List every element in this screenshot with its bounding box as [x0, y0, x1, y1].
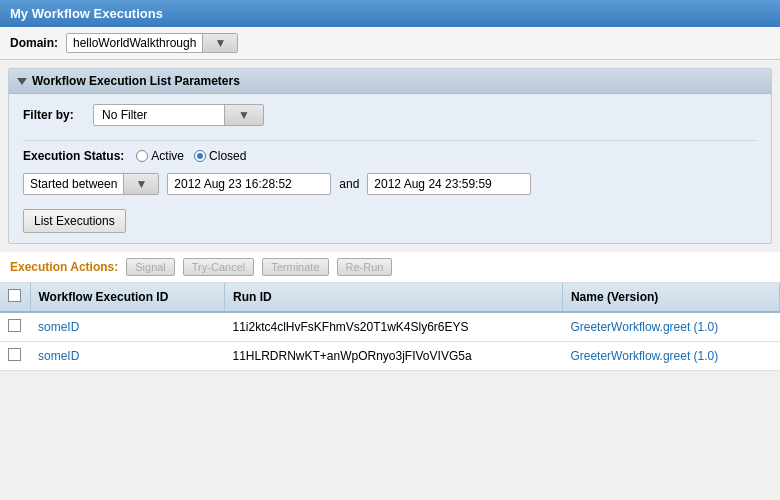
terminate-button[interactable]: Terminate [262, 258, 328, 276]
table-wrapper: Workflow Execution ID Run ID Name (Versi… [0, 283, 780, 371]
workflow-id-link[interactable]: someID [38, 320, 79, 334]
workflow-id-cell: someID [30, 312, 224, 342]
executions-table: Workflow Execution ID Run ID Name (Versi… [0, 283, 780, 371]
radio-closed-circle[interactable] [194, 150, 206, 162]
table-body: someID 11i2ktc4clHvFsKFhmVs20T1wK4Sly6r6… [0, 312, 780, 371]
domain-label: Domain: [10, 36, 58, 50]
started-between-select[interactable]: Started between ▼ [23, 173, 159, 195]
row-checkbox-cell [0, 312, 30, 342]
row-checkbox[interactable] [8, 348, 21, 361]
table-header-row: Workflow Execution ID Run ID Name (Versi… [0, 283, 780, 312]
rerun-button[interactable]: Re-Run [337, 258, 393, 276]
run-id-header: Run ID [224, 283, 562, 312]
workflow-id-cell: someID [30, 342, 224, 371]
page-title: My Workflow Executions [10, 6, 163, 21]
domain-row: Domain: helloWorldWalkthrough ▼ [0, 27, 780, 60]
select-all-checkbox[interactable] [8, 289, 21, 302]
params-panel: Workflow Execution List Parameters Filte… [8, 68, 772, 244]
name-version-link[interactable]: GreeterWorkflow.greet (1.0) [570, 320, 718, 334]
execution-actions-label: Execution Actions: [10, 260, 118, 274]
name-version-cell: GreeterWorkflow.greet (1.0) [562, 312, 779, 342]
date-to-input[interactable] [367, 173, 531, 195]
radio-active[interactable]: Active [136, 149, 184, 163]
workflow-id-link[interactable]: someID [38, 349, 79, 363]
run-id-cell: 11i2ktc4clHvFsKFhmVs20T1wK4Sly6r6EYS [224, 312, 562, 342]
list-executions-button[interactable]: List Executions [23, 209, 126, 233]
domain-value: helloWorldWalkthrough [67, 34, 202, 52]
radio-closed[interactable]: Closed [194, 149, 246, 163]
params-body: Filter by: No Filter ▼ Execution Status:… [9, 94, 771, 243]
domain-dropdown-btn[interactable]: ▼ [202, 34, 237, 52]
run-id-cell: 11HLRDRNwKT+anWpORnyo3jFIVoVIVG5a [224, 342, 562, 371]
filter-dropdown-btn[interactable]: ▼ [224, 105, 263, 125]
workflow-id-header: Workflow Execution ID [30, 283, 224, 312]
name-version-cell: GreeterWorkflow.greet (1.0) [562, 342, 779, 371]
radio-group: Active Closed [136, 149, 246, 163]
date-row: Started between ▼ and [23, 173, 757, 195]
collapse-triangle-icon[interactable] [17, 78, 27, 85]
try-cancel-button[interactable]: Try-Cancel [183, 258, 254, 276]
radio-closed-label: Closed [209, 149, 246, 163]
date-from-input[interactable] [167, 173, 331, 195]
row-checkbox-cell [0, 342, 30, 371]
chevron-down-icon: ▼ [230, 105, 258, 125]
started-dropdown-btn[interactable]: ▼ [123, 174, 158, 194]
filter-select[interactable]: No Filter ▼ [93, 104, 264, 126]
execution-status-label: Execution Status: [23, 149, 124, 163]
radio-active-label: Active [151, 149, 184, 163]
filter-row: Filter by: No Filter ▼ [23, 104, 757, 126]
row-checkbox[interactable] [8, 319, 21, 332]
params-header: Workflow Execution List Parameters [9, 69, 771, 94]
params-header-label: Workflow Execution List Parameters [32, 74, 240, 88]
started-between-label: Started between [24, 174, 123, 194]
name-version-header: Name (Version) [562, 283, 779, 312]
table-row: someID 11HLRDRNwKT+anWpORnyo3jFIVoVIVG5a… [0, 342, 780, 371]
title-bar: My Workflow Executions [0, 0, 780, 27]
domain-select[interactable]: helloWorldWalkthrough ▼ [66, 33, 238, 53]
chevron-down-icon: ▼ [208, 34, 232, 52]
name-version-link[interactable]: GreeterWorkflow.greet (1.0) [570, 349, 718, 363]
table-row: someID 11i2ktc4clHvFsKFhmVs20T1wK4Sly6r6… [0, 312, 780, 342]
filter-label: Filter by: [23, 108, 83, 122]
and-label: and [339, 177, 359, 191]
checkbox-header [0, 283, 30, 312]
filter-value: No Filter [94, 105, 224, 125]
execution-actions-row: Execution Actions: Signal Try-Cancel Ter… [0, 252, 780, 283]
chevron-down-icon: ▼ [129, 174, 153, 194]
radio-active-circle[interactable] [136, 150, 148, 162]
signal-button[interactable]: Signal [126, 258, 175, 276]
status-row: Execution Status: Active Closed [23, 140, 757, 163]
